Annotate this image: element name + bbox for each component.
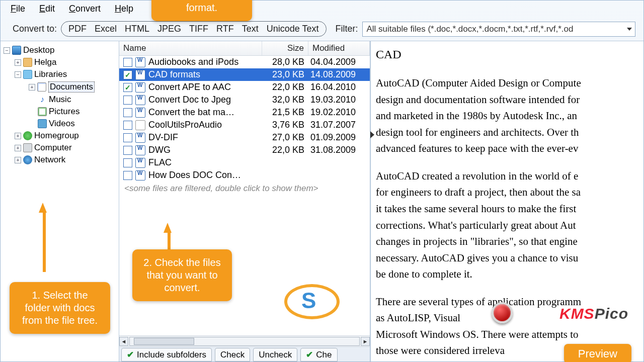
format-selector: PDF Excel HTML JPEG TIFF RTF Text Unicod… bbox=[61, 21, 326, 37]
expand-icon[interactable]: + bbox=[15, 133, 21, 139]
file-row[interactable]: CoolUtilsProAudio3,76 KB31.07.2007 bbox=[119, 119, 370, 131]
computer-icon bbox=[23, 143, 32, 152]
format-excel[interactable]: Excel bbox=[95, 24, 117, 34]
checkbox[interactable] bbox=[123, 146, 132, 155]
callout-preview: Preview bbox=[564, 344, 631, 363]
checkbox[interactable] bbox=[123, 121, 132, 130]
file-size: 32,0 KB bbox=[262, 95, 308, 105]
file-rows: Audiobooks and iPods28,0 KB04.04.2009CAD… bbox=[119, 56, 370, 182]
scroll-thumb[interactable] bbox=[134, 338, 194, 345]
file-icon bbox=[135, 82, 145, 93]
file-icon bbox=[135, 120, 145, 130]
col-name[interactable]: Name bbox=[119, 41, 262, 55]
filter-value: All suitable files (*.doc,*.docx,*.docm,… bbox=[367, 24, 574, 34]
filtered-note[interactable]: <some files are filtered, double click t… bbox=[119, 182, 370, 196]
scroll-track[interactable] bbox=[129, 337, 360, 346]
checkbox[interactable] bbox=[123, 58, 132, 67]
file-row[interactable]: Convert APE to AAC22,0 KB16.04.2010 bbox=[119, 81, 370, 94]
file-size: 3,76 KB bbox=[262, 120, 308, 130]
file-row[interactable]: Audiobooks and iPods28,0 KB04.04.2009 bbox=[119, 56, 370, 68]
checkbox[interactable] bbox=[123, 70, 132, 79]
file-icon bbox=[135, 70, 145, 80]
file-name: DWG bbox=[148, 145, 262, 155]
filter-label: Filter: bbox=[336, 24, 358, 34]
format-tiff[interactable]: TIFF bbox=[189, 24, 208, 34]
videos-icon bbox=[38, 119, 47, 128]
tree-homegroup[interactable]: Homegroup bbox=[34, 131, 79, 141]
app-logo: S bbox=[282, 282, 343, 322]
format-text[interactable]: Text bbox=[242, 24, 259, 34]
file-name: FLAC bbox=[148, 157, 262, 168]
col-size[interactable]: Size bbox=[262, 41, 308, 55]
checkbox[interactable] bbox=[123, 133, 132, 142]
collapse-icon[interactable]: − bbox=[4, 47, 10, 54]
user-folder-icon bbox=[23, 58, 32, 67]
file-row[interactable]: Convert the bat ma…21,5 KB19.02.2010 bbox=[119, 106, 370, 119]
check-button[interactable]: Check bbox=[215, 348, 250, 361]
tree-network[interactable]: Network bbox=[34, 155, 65, 165]
homegroup-icon bbox=[23, 131, 32, 140]
scroll-right-icon[interactable]: ► bbox=[361, 337, 370, 346]
checkbox[interactable] bbox=[123, 83, 132, 92]
file-modified: 01.09.2009 bbox=[308, 132, 370, 143]
expand-icon[interactable]: + bbox=[15, 145, 21, 151]
music-icon: ♪ bbox=[38, 95, 47, 104]
include-subfolders-button[interactable]: ✔Include subfolders bbox=[121, 348, 212, 361]
menu-help[interactable]: Help bbox=[115, 4, 133, 14]
collapse-icon[interactable]: − bbox=[15, 71, 21, 78]
tree-computer[interactable]: Computer bbox=[34, 143, 72, 153]
file-icon bbox=[135, 57, 145, 67]
arrow-icon bbox=[43, 212, 46, 272]
checkbox[interactable] bbox=[123, 96, 132, 105]
menubar: File Edit Convert Help bbox=[1, 1, 643, 19]
checkbox[interactable] bbox=[123, 158, 132, 167]
format-html[interactable]: HTML bbox=[125, 24, 149, 34]
menu-edit[interactable]: Edit bbox=[39, 4, 55, 14]
splitter-handle-icon[interactable] bbox=[370, 131, 374, 138]
tree-music[interactable]: Music bbox=[49, 95, 71, 105]
col-modified[interactable]: Modified bbox=[308, 41, 370, 55]
expand-icon[interactable]: + bbox=[29, 84, 35, 90]
tree-libraries[interactable]: Libraries bbox=[34, 69, 67, 79]
libraries-icon bbox=[23, 70, 32, 79]
file-icon bbox=[135, 108, 145, 118]
tree-documents[interactable]: Documents bbox=[48, 81, 95, 93]
file-row[interactable]: How Does DOC Con… bbox=[119, 169, 370, 182]
filter-dropdown[interactable]: All suitable files (*.doc,*.docx,*.docm,… bbox=[362, 22, 636, 37]
checkbox[interactable] bbox=[123, 171, 132, 180]
tree-helga[interactable]: Helga bbox=[34, 57, 56, 67]
format-pdf[interactable]: PDF bbox=[68, 24, 87, 34]
file-name: CAD formats bbox=[148, 69, 262, 80]
arrow-up-icon bbox=[164, 223, 172, 233]
file-row[interactable]: CAD formats23,0 KB14.08.2009 bbox=[119, 68, 370, 81]
file-name: Audiobooks and iPods bbox=[148, 57, 262, 67]
expand-icon[interactable]: + bbox=[15, 59, 21, 66]
menu-convert[interactable]: Convert bbox=[69, 4, 101, 14]
format-jpeg[interactable]: JPEG bbox=[157, 24, 181, 34]
file-size: 21,5 KB bbox=[262, 107, 308, 118]
format-unicode[interactable]: Unicode Text bbox=[267, 24, 319, 34]
format-rtf[interactable]: RTF bbox=[216, 24, 234, 34]
check-partial-button[interactable]: ✔Che bbox=[300, 348, 337, 361]
file-row[interactable]: Convert Doc to Jpeg32,0 KB19.03.2010 bbox=[119, 94, 370, 106]
scroll-left-icon[interactable]: ◄ bbox=[119, 337, 128, 346]
callout-step1: 1. Select the folder with docs from the … bbox=[10, 282, 110, 334]
h-scrollbar[interactable]: ◄ ► bbox=[119, 335, 370, 346]
file-name: Convert Doc to Jpeg bbox=[148, 95, 262, 105]
file-row[interactable]: DWG22,0 KB31.08.2009 bbox=[119, 144, 370, 156]
expand-icon[interactable]: + bbox=[15, 157, 21, 163]
documents-icon bbox=[37, 82, 46, 92]
tree-desktop[interactable]: Desktop bbox=[23, 45, 54, 55]
tree-videos[interactable]: Videos bbox=[49, 119, 75, 129]
file-row[interactable]: DV-DIF27,0 KB01.09.2009 bbox=[119, 131, 370, 144]
file-modified: 16.04.2010 bbox=[308, 82, 370, 93]
network-icon bbox=[23, 155, 32, 164]
menu-file[interactable]: File bbox=[11, 4, 25, 14]
file-modified: 04.04.2009 bbox=[308, 57, 370, 67]
chevron-down-icon bbox=[627, 28, 632, 31]
uncheck-button[interactable]: Uncheck bbox=[253, 348, 297, 361]
file-row[interactable]: FLAC bbox=[119, 156, 370, 169]
checkbox[interactable] bbox=[123, 108, 132, 117]
file-modified: 31.07.2007 bbox=[308, 120, 370, 130]
tree-pictures[interactable]: Pictures bbox=[49, 107, 79, 117]
